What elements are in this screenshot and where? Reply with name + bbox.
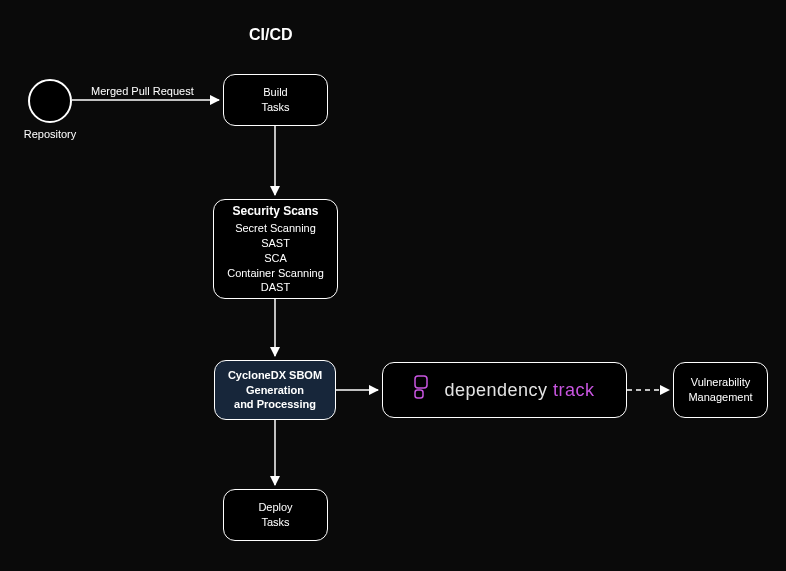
security-l1: Secret Scanning bbox=[235, 221, 316, 236]
deptrack-word2: track bbox=[553, 380, 595, 400]
build-line1: Build bbox=[263, 85, 287, 100]
svg-rect-0 bbox=[415, 376, 427, 388]
sbom-l1: CycloneDX SBOM bbox=[228, 368, 322, 383]
build-tasks-node: Build Tasks bbox=[223, 74, 328, 126]
diagram-title: CI/CD bbox=[249, 26, 293, 44]
dependency-track-text: dependency track bbox=[444, 378, 594, 402]
build-line2: Tasks bbox=[261, 100, 289, 115]
deploy-line1: Deploy bbox=[258, 500, 292, 515]
sbom-l3: and Processing bbox=[234, 397, 316, 412]
security-l2: SAST bbox=[261, 236, 290, 251]
deploy-tasks-node: Deploy Tasks bbox=[223, 489, 328, 541]
vuln-l1: Vulnerability bbox=[691, 375, 751, 390]
dependency-track-icon bbox=[414, 375, 436, 405]
vulnerability-management-node: Vulnerability Management bbox=[673, 362, 768, 418]
security-scans-node: Security Scans Secret Scanning SAST SCA … bbox=[213, 199, 338, 299]
vuln-l2: Management bbox=[688, 390, 752, 405]
security-heading: Security Scans bbox=[232, 203, 318, 219]
repository-label: Repository bbox=[20, 128, 80, 140]
sbom-node: CycloneDX SBOM Generation and Processing bbox=[214, 360, 336, 420]
dependency-track-node: dependency track bbox=[382, 362, 627, 418]
deploy-line2: Tasks bbox=[261, 515, 289, 530]
svg-rect-1 bbox=[415, 390, 423, 398]
security-l3: SCA bbox=[264, 251, 287, 266]
security-l5: DAST bbox=[261, 280, 290, 295]
security-l4: Container Scanning bbox=[227, 266, 324, 281]
deptrack-word1: dependency bbox=[444, 380, 547, 400]
edge-label-merged-pr: Merged Pull Request bbox=[91, 85, 194, 97]
sbom-l2: Generation bbox=[246, 383, 304, 398]
repository-node bbox=[28, 79, 72, 123]
